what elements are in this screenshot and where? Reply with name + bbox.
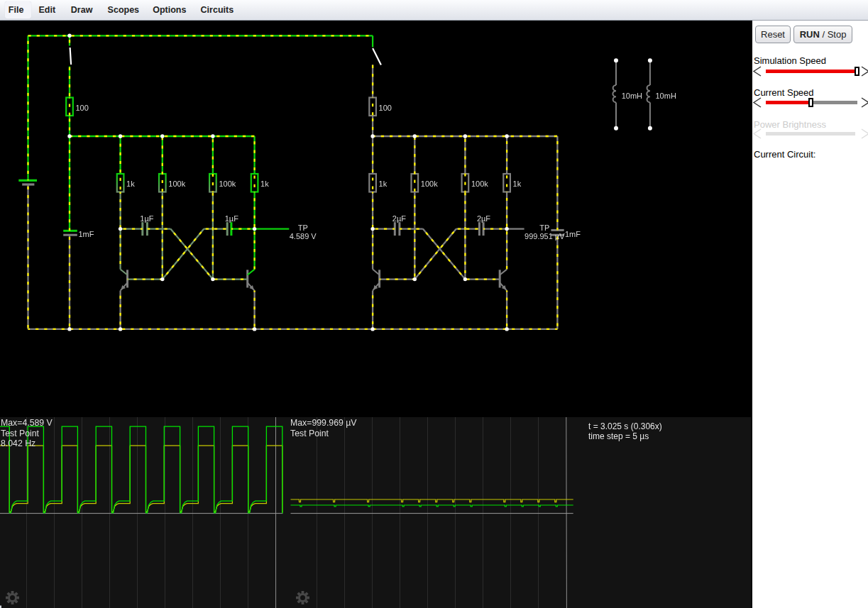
svg-text:1µF: 1µF [225, 214, 238, 223]
svg-text:10mH: 10mH [656, 92, 676, 100]
svg-text:Test Point: Test Point [290, 429, 329, 438]
svg-text:100: 100 [379, 104, 392, 112]
svg-text:999.951 µV: 999.951 µV [524, 232, 565, 241]
svg-text:100k: 100k [219, 179, 236, 188]
svg-text:Max=4.589 V: Max=4.589 V [1, 418, 53, 428]
svg-text:10mH: 10mH [622, 92, 642, 100]
svg-text:1µF: 1µF [140, 214, 153, 223]
svg-text:1k: 1k [513, 179, 522, 188]
svg-text:Test Point: Test Point [1, 429, 40, 438]
svg-text:1k: 1k [126, 179, 135, 188]
svg-text:2µF: 2µF [392, 214, 406, 223]
svg-text:1k: 1k [260, 179, 269, 188]
svg-text:1mF: 1mF [565, 230, 581, 238]
svg-text:1mF: 1mF [79, 230, 94, 238]
svg-text:100: 100 [76, 104, 89, 112]
svg-text:4.589 V: 4.589 V [290, 232, 317, 241]
svg-text:100k: 100k [421, 179, 438, 188]
svg-text:100k: 100k [168, 179, 185, 188]
svg-text:100k: 100k [471, 179, 488, 188]
svg-text:t = 3.025 s (0.306x): t = 3.025 s (0.306x) [588, 421, 662, 431]
svg-text:TP: TP [539, 223, 549, 232]
svg-text:1k: 1k [379, 179, 388, 188]
svg-text:time step = 5 µs: time step = 5 µs [588, 431, 649, 441]
svg-text:TP: TP [298, 223, 308, 232]
svg-text:Max=999.969 µV: Max=999.969 µV [290, 418, 357, 428]
svg-text:2µF: 2µF [477, 214, 490, 223]
svg-text:8.042 Hz: 8.042 Hz [1, 438, 35, 448]
